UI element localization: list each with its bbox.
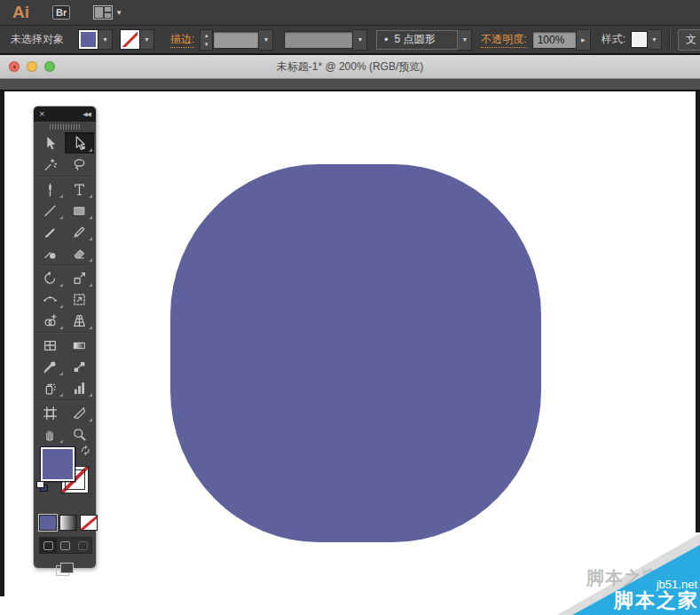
stroke-weight-field[interactable]: [213, 31, 259, 49]
gradient-tool[interactable]: [65, 335, 94, 356]
drawn-rounded-square-shape[interactable]: [170, 164, 541, 542]
style-label: 样式:: [602, 32, 625, 47]
chevron-down-icon: ▼: [263, 36, 269, 43]
fill-color-control[interactable]: ▼: [78, 29, 113, 50]
pencil-icon: [72, 225, 87, 240]
bridge-button[interactable]: Br: [52, 5, 70, 20]
fill-proxy-swatch[interactable]: [40, 446, 75, 482]
divider: [669, 30, 671, 50]
control-bar: 未选择对象 ▼ ▼ 描边: ▲ ▼ ▼ ▼ • 5 点圆形 ▼ 不透明度: 10…: [0, 25, 700, 55]
width-tool[interactable]: [35, 288, 65, 310]
artboard-tool[interactable]: [35, 402, 65, 423]
eyedropper-icon: [43, 359, 58, 375]
zoom-tool[interactable]: [65, 423, 94, 445]
style-swatch[interactable]: [631, 31, 648, 48]
stroke-weight-stepper[interactable]: ▲ ▼: [200, 29, 213, 51]
eraser-tool[interactable]: [65, 242, 94, 264]
symbol-sprayer-tool[interactable]: [35, 377, 65, 398]
rectangle-tool[interactable]: [65, 200, 94, 221]
shape-builder-tool[interactable]: [35, 310, 65, 331]
mesh-tool[interactable]: [35, 335, 65, 356]
draw-behind-button[interactable]: [57, 538, 74, 553]
chevron-right-icon: ▶: [581, 36, 586, 43]
stroke-weight-dropdown-button[interactable]: ▼: [259, 29, 273, 51]
hand-tool[interactable]: [35, 423, 65, 445]
artboard-canvas[interactable]: × ◀◀: [0, 91, 700, 615]
chevron-down-icon: ▼: [461, 36, 468, 43]
default-fill-stroke-icon[interactable]: [36, 481, 47, 491]
type-tool[interactable]: [65, 178, 94, 200]
paintbrush-tool[interactable]: [35, 221, 65, 242]
none-mode-button[interactable]: [80, 515, 98, 531]
free-transform-icon: [72, 292, 87, 307]
fill-swatch-color: [81, 32, 96, 47]
close-icon[interactable]: ×: [39, 109, 44, 119]
draw-inside-button[interactable]: [75, 538, 91, 553]
stroke-dropdown-button[interactable]: ▼: [140, 29, 154, 50]
brush-dropdown-button[interactable]: ▼: [458, 29, 472, 51]
stepper-down-icon[interactable]: ▼: [201, 40, 212, 49]
magic-wand-icon: [43, 157, 58, 172]
fill-swatch[interactable]: [78, 29, 98, 50]
window-right-edge: [696, 91, 700, 532]
lasso-icon: [72, 157, 87, 172]
column-graph-tool[interactable]: [65, 377, 94, 398]
screen-mode-icon: [56, 563, 74, 576]
swap-fill-stroke-icon[interactable]: [80, 444, 91, 460]
fill-stroke-proxy: [34, 444, 96, 499]
brush-definition-dropdown[interactable]: • 5 点圆形: [376, 30, 458, 50]
screen-mode-button[interactable]: [34, 557, 96, 580]
width-icon: [43, 292, 58, 307]
opacity-panel-link[interactable]: 不透明度:: [481, 32, 526, 48]
zoom-window-button[interactable]: [44, 61, 55, 72]
window-controls: [9, 55, 55, 78]
mesh-icon: [43, 338, 58, 353]
line-segment-icon: [43, 203, 58, 218]
line-segment-tool[interactable]: [35, 200, 65, 221]
selection-tool[interactable]: [35, 132, 65, 154]
gradient-mode-button[interactable]: [59, 515, 77, 531]
variable-width-profile-field[interactable]: [284, 31, 353, 49]
blob-brush-tool[interactable]: [35, 242, 65, 264]
opacity-dropdown-button[interactable]: ▶: [577, 29, 591, 51]
artboard-icon: [43, 406, 58, 421]
magic-wand-tool[interactable]: [35, 154, 65, 175]
blend-tool[interactable]: [65, 356, 94, 377]
hand-icon: [43, 427, 58, 442]
selection-icon: [43, 136, 58, 151]
pencil-tool[interactable]: [65, 221, 94, 242]
stroke-color-control[interactable]: ▼: [120, 29, 154, 50]
stroke-swatch[interactable]: [120, 29, 140, 50]
pen-tool[interactable]: [35, 178, 65, 200]
document-titlebar: 未标题-1* @ 200% (RGB/预览): [0, 55, 700, 79]
collapse-panel-icon[interactable]: ◀◀: [83, 111, 90, 118]
style-dropdown-button[interactable]: ▼: [648, 29, 662, 50]
column-graph-icon: [72, 381, 87, 396]
panel-grip[interactable]: [34, 122, 96, 132]
workspace-switcher[interactable]: ▼: [93, 5, 122, 20]
draw-normal-button[interactable]: [40, 538, 57, 553]
close-window-button[interactable]: [9, 61, 20, 72]
profile-dropdown-button[interactable]: ▼: [353, 29, 367, 51]
type-icon: [72, 182, 87, 197]
document-setup-button[interactable]: 文: [678, 29, 700, 51]
document-title: 未标题-1* @ 200% (RGB/预览): [277, 59, 424, 75]
perspective-grid-icon: [72, 313, 87, 328]
stroke-panel-link[interactable]: 描边:: [170, 32, 194, 48]
lasso-tool[interactable]: [65, 154, 94, 175]
rotate-tool[interactable]: [35, 267, 65, 288]
scale-tool[interactable]: [65, 267, 94, 288]
free-transform-tool[interactable]: [65, 288, 94, 310]
direct-selection-tool[interactable]: [65, 132, 94, 154]
eyedropper-tool[interactable]: [35, 356, 65, 377]
shape-builder-icon: [43, 313, 58, 328]
scale-icon: [72, 271, 87, 286]
color-mode-button[interactable]: [39, 515, 57, 531]
perspective-grid-tool[interactable]: [65, 310, 94, 331]
stepper-up-icon[interactable]: ▲: [201, 31, 212, 40]
opacity-field[interactable]: 100%: [532, 31, 577, 49]
slice-tool[interactable]: [65, 402, 94, 423]
tools-panel-header[interactable]: × ◀◀: [34, 106, 96, 122]
minimize-window-button[interactable]: [27, 61, 37, 72]
fill-dropdown-button[interactable]: ▼: [98, 29, 113, 50]
